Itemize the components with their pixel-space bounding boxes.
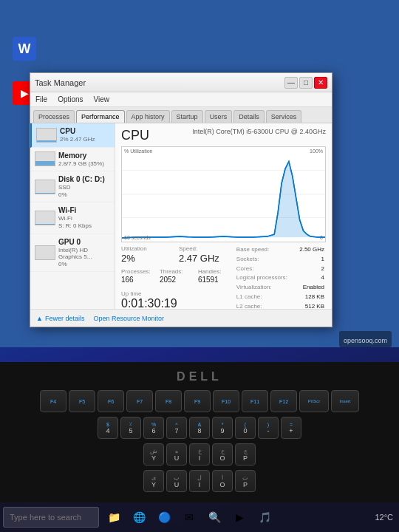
word-icon: W xyxy=(13,37,36,61)
key-f4[interactable]: F4 xyxy=(40,390,66,412)
key-o-ar[interactable]: اO xyxy=(212,470,233,492)
wifi-sub: Wi-FiS: R: 0 Kbps xyxy=(58,215,110,229)
key-5[interactable]: ٪5 xyxy=(120,417,141,439)
cpu-main-panel: CPU Intel(R) Core(TM) i5-6300U CPU @ 2.4… xyxy=(115,123,332,309)
gpu-label: GPU 0 xyxy=(58,238,110,247)
cpu-thumb xyxy=(36,128,57,143)
speed-label: Speed: xyxy=(179,245,231,253)
taskbar: 📁 🌐 🔵 ✉ 🔍 ▶ 🎵 12°C xyxy=(0,502,399,532)
task-manager-window: Task Manager — □ ✕ File Options View Pro… xyxy=(30,72,332,327)
taskbar-icon-search[interactable]: 🔍 xyxy=(202,505,226,529)
utilization-stat: Utilization 2% xyxy=(121,245,173,264)
maximize-button[interactable]: □ xyxy=(299,77,313,89)
wifi-thumb xyxy=(35,211,55,225)
key-0[interactable]: (0 xyxy=(235,417,256,439)
taskbar-icon-mail[interactable]: ✉ xyxy=(177,505,201,529)
threads-stat: Threads: 2052 xyxy=(160,268,192,284)
key-6[interactable]: %6 xyxy=(143,417,164,439)
utilization-value: 2% xyxy=(121,253,173,265)
key-arabic-4[interactable]: حO xyxy=(212,443,233,466)
key-arabic-5[interactable]: جP xyxy=(235,443,256,466)
key-arabic-2[interactable]: هU xyxy=(166,443,187,466)
tab-startup[interactable]: Startup xyxy=(171,110,203,123)
desktop-icon-word[interactable]: W xyxy=(6,37,43,62)
tab-performance[interactable]: Performance xyxy=(76,110,125,123)
sidebar-item-gpu[interactable]: GPU 0 Intel(R) HD Graphics 5...0% xyxy=(30,234,115,273)
key-y-ar[interactable]: ىY xyxy=(143,470,164,492)
key-8[interactable]: &8 xyxy=(189,417,210,439)
key-7[interactable]: ^7 xyxy=(166,417,187,439)
arabic-key-row: شY هU خI حO جP xyxy=(4,443,395,466)
taskbar-icon-explorer[interactable]: 📁 xyxy=(102,505,126,529)
sockets-label: Sockets: xyxy=(235,255,295,265)
file-menu[interactable]: File xyxy=(33,95,50,104)
taskbar-icon-edge[interactable]: 🌐 xyxy=(127,505,151,529)
close-button[interactable]: ✕ xyxy=(314,77,327,89)
key-insert[interactable]: Insert xyxy=(331,390,359,412)
tab-users[interactable]: Users xyxy=(205,110,233,123)
minimize-button[interactable]: — xyxy=(284,77,298,89)
key-equals[interactable]: =+ xyxy=(281,417,301,439)
graph-y-label: % Utilization xyxy=(124,149,153,154)
tab-processes[interactable]: Processes xyxy=(33,110,75,123)
key-arabic-1[interactable]: شY xyxy=(143,443,164,466)
l1-label: L1 cache: xyxy=(235,293,295,302)
cpu-utilization-graph: % Utilization 100% 60 seconds 0 xyxy=(121,146,326,242)
key-f5[interactable]: F5 xyxy=(69,390,95,412)
key-f6[interactable]: F6 xyxy=(98,390,124,412)
cpu-processor-name: Intel(R) Core(TM) i5-6300U CPU @ 2.40GHz xyxy=(192,128,326,137)
key-f7[interactable]: F7 xyxy=(126,390,153,412)
wifi-label: Wi-Fi xyxy=(58,206,110,215)
sidebar-item-cpu[interactable]: CPU 2% 2.47 GHz xyxy=(30,123,115,148)
key-f10[interactable]: F10 xyxy=(213,390,239,412)
key-4[interactable]: $4 xyxy=(98,417,118,439)
logical-label: Logical processors: xyxy=(235,273,295,283)
base-speed-value: 2.50 GHz xyxy=(295,245,326,255)
key-i-ar[interactable]: لI xyxy=(189,470,210,492)
taskbar-right: 12°C xyxy=(375,513,396,522)
open-resource-monitor-link[interactable]: Open Resource Monitor xyxy=(93,315,164,322)
cpu-sub: 2% 2.47 GHz xyxy=(60,136,110,143)
memory-sub: 2.8/7.9 GB (35%) xyxy=(58,160,110,168)
speed-value: 2.47 GHz xyxy=(179,253,231,265)
key-arabic-3[interactable]: خI xyxy=(189,443,210,466)
chevron-icon: ▲ xyxy=(36,315,43,322)
window-title: Task Manager xyxy=(35,78,284,87)
key-f9[interactable]: F9 xyxy=(184,390,211,412)
sidebar-item-wifi[interactable]: Wi-Fi Wi-FiS: R: 0 Kbps xyxy=(30,202,115,233)
key-9[interactable]: *9 xyxy=(212,417,233,439)
sidebar-item-disk[interactable]: Disk 0 (C: D:) SSD0% xyxy=(30,171,115,202)
tab-details[interactable]: Details xyxy=(233,110,265,123)
opensooq-text: opensooq.com xyxy=(344,337,387,344)
uptime-value: 0:01:30:19 xyxy=(121,297,231,309)
task-manager-footer: ▲ Fewer details Open Resource Monitor xyxy=(30,309,332,327)
menu-bar: File Options View xyxy=(30,92,332,107)
cpu-stats-section: Utilization 2% Speed: 2.47 GHz xyxy=(121,245,326,309)
l2-value: 512 KB xyxy=(295,302,326,309)
view-menu[interactable]: View xyxy=(92,95,112,104)
sidebar-item-memory[interactable]: Memory 2.8/7.9 GB (35%) xyxy=(30,148,115,172)
options-menu[interactable]: Options xyxy=(55,95,85,104)
key-minus[interactable]: )- xyxy=(258,417,279,439)
handles-stat: Handles: 61591 xyxy=(198,268,231,284)
key-prtscr[interactable]: PrtScr xyxy=(299,390,329,412)
cpu-detail-table: Base speed:2.50 GHz Sockets:1 Cores:2 Lo… xyxy=(235,245,326,309)
taskbar-search-input[interactable] xyxy=(3,507,99,528)
key-u-ar[interactable]: بU xyxy=(166,470,187,492)
dell-logo-area: DELL xyxy=(4,370,395,383)
key-p-ar[interactable]: تP xyxy=(235,470,256,492)
l1-value: 128 KB xyxy=(295,293,326,302)
key-f12[interactable]: F12 xyxy=(270,390,297,412)
taskbar-icon-chrome[interactable]: 🔵 xyxy=(152,505,176,529)
tab-services[interactable]: Services xyxy=(266,110,302,123)
fewer-details-link[interactable]: ▲ Fewer details xyxy=(36,315,84,322)
tab-app-history[interactable]: App history xyxy=(126,110,170,123)
graph-x-label: 60 seconds xyxy=(124,235,151,240)
key-f8[interactable]: F8 xyxy=(155,390,182,412)
key-f11[interactable]: F11 xyxy=(242,390,268,412)
performance-sidebar: CPU 2% 2.47 GHz Memory 2.8/7.9 GB (35%) xyxy=(30,123,115,309)
temperature-display: 12°C xyxy=(375,513,393,522)
screen-area: W ▶ Task Manager — □ ✕ File xyxy=(0,0,399,347)
taskbar-icon-youtube[interactable]: ▶ xyxy=(228,505,251,529)
taskbar-icon-music[interactable]: 🎵 xyxy=(253,505,276,529)
